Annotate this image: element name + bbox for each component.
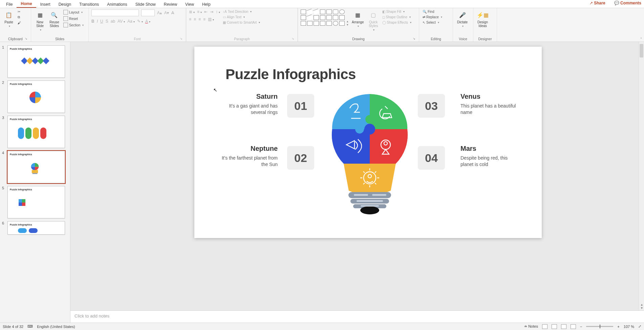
numbering-button[interactable]: ≡ [197, 9, 202, 14]
dictate-button[interactable]: 🎤 Dictate [456, 9, 469, 28]
clipboard-launcher[interactable]: ↘ [24, 37, 28, 41]
font-launcher[interactable]: ↘ [179, 37, 183, 41]
tab-view[interactable]: View [181, 1, 198, 8]
thumbnail-slide-6[interactable]: Puzzle Infographics [7, 221, 65, 235]
clipboard-icon: 📋 [4, 10, 14, 20]
find-button[interactable]: 🔍Find [422, 9, 443, 14]
convert-smartart-button[interactable]: ▦Convert to SmartArt [222, 20, 261, 25]
highlight-button[interactable]: ✎ [137, 19, 143, 24]
view-sorter-button[interactable] [552, 324, 557, 329]
align-text-button[interactable]: ▭Align Text [222, 15, 261, 19]
slide-canvas[interactable]: Puzzle Infographics ↖ Saturn It's a gas … [70, 42, 644, 310]
shadow-button[interactable]: ab [111, 19, 115, 24]
collapse-ribbon-button[interactable]: ˄ [640, 37, 642, 41]
zoom-level[interactable]: 107 % [624, 325, 634, 329]
language-label[interactable]: English (United States) [37, 325, 75, 329]
tab-transitions[interactable]: Transitions [75, 1, 103, 8]
align-right-button[interactable]: ≡ [198, 17, 201, 22]
tab-review[interactable]: Review [160, 1, 181, 8]
align-left-button[interactable]: ≡ [189, 17, 191, 22]
tab-insert[interactable]: Insert [36, 1, 55, 8]
italic-button[interactable]: I [97, 19, 98, 24]
svg-rect-2 [19, 199, 22, 203]
zoom-out-button[interactable]: − [580, 325, 582, 329]
thumbnail-slide-4[interactable]: Puzzle Infographics [7, 151, 65, 183]
view-reading-button[interactable] [561, 324, 566, 329]
format-painter-button[interactable]: 🖌 [17, 21, 22, 25]
numbox-01[interactable]: 01 [287, 94, 314, 118]
slide-title[interactable]: Puzzle Infographics [226, 66, 356, 82]
quick-styles-button[interactable]: ▢ Quick Styles [367, 9, 380, 32]
new-slide-button[interactable]: ▦ New Slide [34, 9, 46, 32]
bold-button[interactable]: B [91, 19, 94, 24]
reuse-slides-button[interactable]: 🔍 Reuse Slides [48, 9, 61, 28]
notes-pane[interactable]: Click to add notes [70, 310, 644, 323]
font-name-input[interactable] [91, 9, 139, 16]
replace-button[interactable]: ⇄Replace [422, 15, 443, 19]
tab-help[interactable]: Help [198, 1, 215, 8]
line-spacing-button[interactable]: ↕ [216, 9, 220, 14]
thumbnail-slide-3[interactable]: Puzzle Infographics [7, 116, 65, 148]
tab-design[interactable]: Design [55, 1, 75, 8]
numbox-02[interactable]: 02 [287, 146, 314, 170]
char-spacing-button[interactable]: AV [117, 19, 125, 24]
numbox-04[interactable]: 04 [418, 146, 445, 170]
thumb-num-4: 4 [2, 151, 5, 183]
bulb-puzzle-graphic[interactable] [331, 94, 408, 219]
layout-button[interactable]: Layout [63, 9, 84, 15]
columns-button[interactable]: ▥ [208, 17, 214, 22]
arrange-button[interactable]: ▦ Arrange [350, 9, 365, 28]
thumbnail-slide-1[interactable]: Puzzle Infographics [7, 45, 65, 78]
numbox-03[interactable]: 03 [418, 94, 445, 118]
bullets-button[interactable]: ≣ [189, 9, 195, 14]
font-color-button[interactable]: A [145, 19, 150, 24]
comments-button[interactable]: 💬 Comments [609, 1, 641, 5]
reset-button[interactable]: Reset [63, 16, 84, 21]
thumbnail-slide-5[interactable]: Puzzle Infographics [7, 186, 65, 218]
select-button[interactable]: ↖Select [422, 20, 443, 25]
shapes-gallery[interactable] [301, 9, 345, 26]
align-text-icon: ▭ [223, 15, 226, 19]
notes-toggle[interactable]: ≐ Notes [524, 324, 538, 329]
tab-slideshow[interactable]: Slide Show [131, 1, 160, 8]
paragraph-launcher[interactable]: ↘ [291, 37, 295, 41]
copy-button[interactable]: ⧉ [17, 15, 22, 20]
underline-button[interactable]: U [100, 19, 103, 24]
cut-button[interactable]: ✂ [17, 9, 22, 14]
zoom-in-button[interactable]: + [617, 325, 619, 329]
text-direction-button[interactable]: ↕AText Direction [222, 9, 261, 14]
nav-buttons[interactable]: ▲▼ [640, 303, 643, 310]
indent-button[interactable]: ⇥ [210, 9, 213, 14]
view-normal-button[interactable] [542, 324, 548, 329]
font-size-input[interactable] [141, 9, 155, 16]
fit-to-window-button[interactable]: ⤢ [638, 324, 641, 329]
decrease-font-icon[interactable]: A▾ [164, 10, 169, 15]
scrollbar-thumb[interactable] [640, 44, 643, 57]
strike-button[interactable]: S [106, 19, 108, 24]
shape-outline-button[interactable]: ◻Shape Outline [382, 15, 412, 19]
section-button[interactable]: Section [63, 22, 84, 28]
thumbnail-slide-2[interactable]: Puzzle Infographics [7, 80, 65, 113]
shape-effects-button[interactable]: ◯Shape Effects [382, 20, 412, 25]
change-case-button[interactable]: Aa [127, 19, 135, 24]
vertical-scrollbar[interactable] [639, 42, 644, 310]
align-center-button[interactable]: ≡ [194, 17, 196, 22]
drawing-launcher[interactable]: ↘ [412, 37, 416, 41]
design-ideas-button[interactable]: ⚡▦ Design Ideas [476, 9, 489, 28]
tab-home[interactable]: Home [17, 0, 36, 8]
current-slide[interactable]: Puzzle Infographics ↖ Saturn It's a gas … [194, 47, 542, 238]
clear-format-icon[interactable]: A̶ [171, 10, 174, 15]
increase-font-icon[interactable]: A▴ [157, 10, 162, 15]
comments-label: Comments [620, 1, 641, 5]
shape-fill-button[interactable]: ◧Shape Fill [382, 9, 412, 14]
share-button[interactable]: ↗ Share [584, 1, 605, 5]
slide-thumbnails-pane[interactable]: 1 Puzzle Infographics 2 Puzzle Infograph… [0, 42, 70, 323]
outdent-button[interactable]: ⇤ [204, 9, 208, 14]
tab-animations[interactable]: Animations [103, 1, 131, 8]
view-slideshow-button[interactable] [571, 324, 576, 329]
accessibility-icon[interactable]: ⌨ [27, 324, 33, 329]
justify-button[interactable]: ≡ [203, 17, 206, 22]
zoom-slider[interactable] [586, 326, 613, 327]
paste-button[interactable]: 📋 Paste [3, 9, 15, 28]
tab-file[interactable]: File [2, 1, 17, 8]
